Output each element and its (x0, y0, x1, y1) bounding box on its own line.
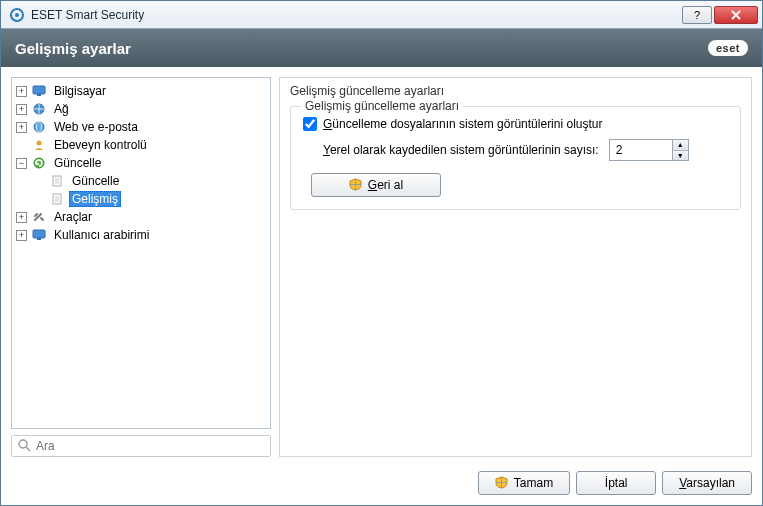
checkbox-row: Güncelleme dosyalarının sistem görüntüle… (303, 117, 728, 131)
svg-point-1 (15, 13, 19, 17)
collapse-icon[interactable]: − (16, 158, 27, 169)
tree-label: Bilgisayar (51, 84, 109, 98)
parental-icon (31, 137, 47, 153)
tree-label: Ağ (51, 102, 72, 116)
search-box[interactable] (11, 435, 271, 457)
svg-rect-11 (33, 230, 45, 238)
no-expand (16, 140, 27, 151)
button-label: İptal (605, 476, 628, 490)
expand-icon[interactable]: + (16, 86, 27, 97)
no-expand (34, 194, 45, 205)
help-button[interactable]: ? (682, 6, 712, 24)
tree-item-bilgisayar[interactable]: + Bilgisayar (14, 82, 268, 100)
cancel-button[interactable]: İptal (576, 471, 656, 495)
tree-item-araclar[interactable]: + Araçlar (14, 208, 268, 226)
expand-icon[interactable]: + (16, 122, 27, 133)
shield-icon (495, 476, 509, 490)
window-controls: ? (682, 6, 758, 24)
footer: Tamam İptal Varsayılan (1, 463, 762, 505)
tree-item-guncelle-child[interactable]: Güncelle (32, 172, 268, 190)
tree-item-ag[interactable]: + Ağ (14, 100, 268, 118)
checkbox-label: Güncelleme dosyalarının sistem görüntüle… (323, 117, 602, 131)
globe-icon (31, 119, 47, 135)
window-title: ESET Smart Security (31, 8, 682, 22)
tree-label: Güncelle (69, 174, 122, 188)
spinner-input[interactable] (610, 140, 672, 160)
svg-rect-12 (37, 238, 41, 240)
rollback-button[interactable]: Geri al (311, 173, 441, 197)
tree-item-gelismis[interactable]: Gelişmiş (32, 190, 268, 208)
shield-icon (349, 178, 363, 192)
svg-point-5 (34, 122, 44, 132)
expand-icon[interactable]: + (16, 104, 27, 115)
page-icon (49, 191, 65, 207)
create-snapshots-checkbox[interactable] (303, 117, 317, 131)
spinner-label: Yerel olarak kaydedilen sistem görüntüle… (323, 143, 599, 157)
spinner-row: Yerel olarak kaydedilen sistem görüntüle… (303, 139, 728, 161)
svg-rect-3 (37, 94, 41, 96)
right-panel: Gelişmiş güncelleme ayarları Gelişmiş gü… (279, 77, 752, 457)
expand-icon[interactable]: + (16, 230, 27, 241)
default-button[interactable]: Varsayılan (662, 471, 752, 495)
monitor-icon (31, 227, 47, 243)
left-panel: + Bilgisayar + Ağ (11, 77, 271, 457)
close-button[interactable] (714, 6, 758, 24)
header-bar: Gelişmiş ayarlar eset (1, 29, 762, 67)
brand-logo: eset (708, 40, 748, 56)
tree-label: Kullanıcı arabirimi (51, 228, 152, 242)
page-icon (49, 173, 65, 189)
search-input[interactable] (36, 439, 264, 453)
tree-item-guncelle[interactable]: − Güncelle (14, 154, 268, 172)
svg-point-7 (37, 141, 42, 146)
no-expand (34, 176, 45, 187)
spinner-up-icon[interactable]: ▲ (673, 140, 688, 151)
content-body: + Bilgisayar + Ağ (1, 67, 762, 463)
spinner-down-icon[interactable]: ▼ (673, 151, 688, 161)
svg-rect-2 (33, 86, 45, 94)
tree-item-web[interactable]: + Web ve e-posta (14, 118, 268, 136)
app-icon (9, 7, 25, 23)
tree-label: Ebeveyn kontrolü (51, 138, 150, 152)
tree-label: Güncelle (51, 156, 104, 170)
monitor-icon (31, 83, 47, 99)
button-label: Tamam (514, 476, 553, 490)
title-bar: ESET Smart Security ? (1, 1, 762, 29)
tree-label: Web ve e-posta (51, 120, 141, 134)
svg-point-13 (19, 440, 27, 448)
search-icon (18, 439, 32, 453)
tree-item-arabirim[interactable]: + Kullanıcı arabirimi (14, 226, 268, 244)
snapshot-count-spinner[interactable]: ▲ ▼ (609, 139, 689, 161)
update-icon (31, 155, 47, 171)
button-label: Geri al (368, 178, 403, 192)
group-legend: Gelişmiş güncelleme ayarları (301, 99, 463, 113)
ok-button[interactable]: Tamam (478, 471, 570, 495)
tree-label: Araçlar (51, 210, 95, 224)
network-icon (31, 101, 47, 117)
tree-item-ebeveyn[interactable]: Ebeveyn kontrolü (14, 136, 268, 154)
button-label: Varsayılan (679, 476, 735, 490)
expand-icon[interactable]: + (16, 212, 27, 223)
section-title: Gelişmiş güncelleme ayarları (290, 84, 741, 98)
header-title: Gelişmiş ayarlar (15, 40, 708, 57)
tools-icon (31, 209, 47, 225)
update-settings-group: Gelişmiş güncelleme ayarları Güncelleme … (290, 106, 741, 210)
settings-tree[interactable]: + Bilgisayar + Ağ (11, 77, 271, 429)
window: ESET Smart Security ? Gelişmiş ayarlar e… (0, 0, 763, 506)
tree-label-selected: Gelişmiş (69, 191, 121, 207)
